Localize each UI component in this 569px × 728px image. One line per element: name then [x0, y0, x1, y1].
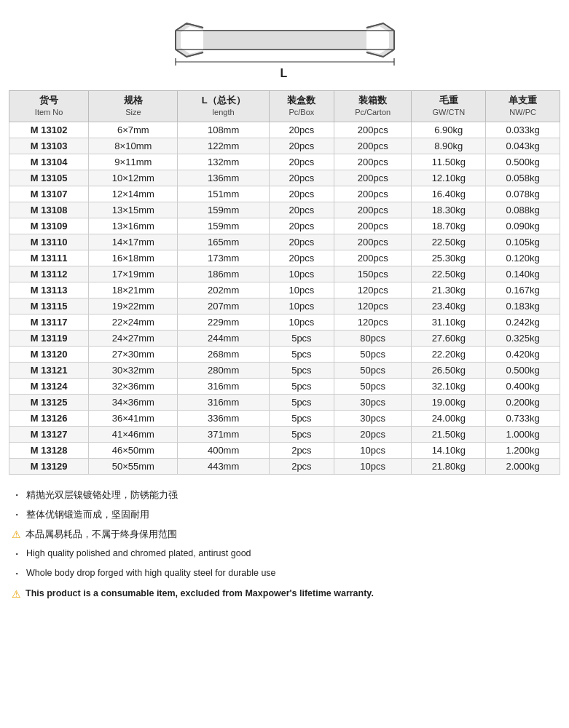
cell-13-3: 5pcs [269, 330, 334, 346]
cell-0-5: 6.90kg [412, 122, 486, 138]
cell-0-2: 108mm [178, 122, 269, 138]
cell-5-5: 18.30kg [412, 202, 486, 218]
cell-9-2: 186mm [178, 266, 269, 282]
svg-rect-6 [203, 31, 366, 50]
cell-11-2: 207mm [178, 298, 269, 314]
cell-20-2: 400mm [178, 442, 269, 458]
cell-12-3: 10pcs [269, 314, 334, 330]
cell-1-6: 0.043kg [486, 138, 560, 154]
cell-4-4: 200pcs [334, 186, 412, 202]
cell-20-4: 10pcs [334, 442, 412, 458]
cell-18-3: 5pcs [269, 410, 334, 426]
cell-17-2: 316mm [178, 394, 269, 410]
cell-6-2: 159mm [178, 218, 269, 234]
cell-10-1: 18×21mm [89, 282, 178, 298]
table-row: M 131026×7mm108mm20pcs200pcs6.90kg0.033k… [9, 122, 560, 138]
cell-3-1: 10×12mm [89, 170, 178, 186]
page: L 货号Item No规格SizeL（总长）length装盒数Pc/Box装箱数… [0, 0, 569, 615]
cell-15-5: 26.50kg [412, 362, 486, 378]
cell-4-3: 20pcs [269, 186, 334, 202]
cell-10-2: 202mm [178, 282, 269, 298]
cell-10-6: 0.167kg [486, 282, 560, 298]
cell-11-3: 10pcs [269, 298, 334, 314]
cell-8-5: 25.30kg [412, 250, 486, 266]
cell-15-3: 5pcs [269, 362, 334, 378]
cell-17-3: 5pcs [269, 394, 334, 410]
cell-20-1: 46×50mm [89, 442, 178, 458]
bullet-icon: ・ [12, 545, 22, 563]
cell-11-4: 120pcs [334, 298, 412, 314]
cell-8-3: 20pcs [269, 250, 334, 266]
cell-13-0: M 13119 [9, 330, 89, 346]
cell-1-0: M 13103 [9, 138, 89, 154]
cell-6-0: M 13109 [9, 218, 89, 234]
cell-13-6: 0.325kg [486, 330, 560, 346]
cell-3-4: 200pcs [334, 170, 412, 186]
cell-16-3: 5pcs [269, 378, 334, 394]
cell-5-0: M 13108 [9, 202, 89, 218]
product-table: 货号Item No规格SizeL（总长）length装盒数Pc/Box装箱数Pc… [9, 90, 560, 475]
cell-7-6: 0.105kg [486, 234, 560, 250]
cell-12-6: 0.242kg [486, 314, 560, 330]
cell-9-4: 150pcs [334, 266, 412, 282]
wrench-image [161, 15, 409, 66]
wrench-diagram: L [9, 7, 560, 83]
cell-19-4: 20pcs [334, 426, 412, 442]
cell-10-4: 120pcs [334, 282, 412, 298]
cell-7-0: M 13110 [9, 234, 89, 250]
note-line: ・Whole body drop forged with high qualit… [12, 565, 557, 583]
cell-8-4: 200pcs [334, 250, 412, 266]
table-row: M 1311722×24mm229mm10pcs120pcs31.10kg0.2… [9, 314, 560, 330]
cell-2-0: M 13104 [9, 154, 89, 170]
note-text: 本品属易耗品，不属于终身保用范围 [25, 526, 177, 542]
cell-7-3: 20pcs [269, 234, 334, 250]
cell-7-1: 14×17mm [89, 234, 178, 250]
table-row: M 1311014×17mm165mm20pcs200pcs22.50kg0.1… [9, 234, 560, 250]
note-line: ⚠This product is a consumable item, excl… [12, 585, 557, 604]
cell-17-5: 19.00kg [412, 394, 486, 410]
column-header: 毛重GW/CTN [412, 91, 486, 122]
note-text: 整体优钢锻造而成，坚固耐用 [26, 506, 149, 523]
table-row: M 1311116×18mm173mm20pcs200pcs25.30kg0.1… [9, 250, 560, 266]
cell-21-3: 2pcs [269, 458, 334, 474]
cell-3-2: 136mm [178, 170, 269, 186]
cell-19-3: 5pcs [269, 426, 334, 442]
cell-11-6: 0.183kg [486, 298, 560, 314]
note-line: ⚠本品属易耗品，不属于终身保用范围 [12, 526, 557, 544]
cell-20-3: 2pcs [269, 442, 334, 458]
cell-9-6: 0.140kg [486, 266, 560, 282]
cell-2-2: 132mm [178, 154, 269, 170]
cell-14-6: 0.420kg [486, 346, 560, 362]
table-row: M 1311924×27mm244mm5pcs80pcs27.60kg0.325… [9, 330, 560, 346]
cell-15-2: 280mm [178, 362, 269, 378]
cell-1-1: 8×10mm [89, 138, 178, 154]
cell-20-5: 14.10kg [412, 442, 486, 458]
cell-1-4: 200pcs [334, 138, 412, 154]
cell-2-5: 11.50kg [412, 154, 486, 170]
cell-11-5: 23.40kg [412, 298, 486, 314]
column-header: 装盒数Pc/Box [269, 91, 334, 122]
cell-4-2: 151mm [178, 186, 269, 202]
cell-13-1: 24×27mm [89, 330, 178, 346]
cell-11-0: M 13115 [9, 298, 89, 314]
table-row: M 1312636×41mm336mm5pcs30pcs24.00kg0.733… [9, 410, 560, 426]
cell-19-2: 371mm [178, 426, 269, 442]
cell-11-1: 19×22mm [89, 298, 178, 314]
cell-9-1: 17×19mm [89, 266, 178, 282]
cell-4-6: 0.078kg [486, 186, 560, 202]
cell-5-2: 159mm [178, 202, 269, 218]
cell-3-5: 12.10kg [412, 170, 486, 186]
cell-6-3: 20pcs [269, 218, 334, 234]
cell-9-0: M 13112 [9, 266, 89, 282]
cell-18-2: 336mm [178, 410, 269, 426]
cell-20-6: 1.200kg [486, 442, 560, 458]
table-row: M 1312130×32mm280mm5pcs50pcs26.50kg0.500… [9, 362, 560, 378]
cell-15-0: M 13121 [9, 362, 89, 378]
cell-19-6: 1.000kg [486, 426, 560, 442]
table-row: M 131049×11mm132mm20pcs200pcs11.50kg0.50… [9, 154, 560, 170]
cell-19-0: M 13127 [9, 426, 89, 442]
cell-21-2: 443mm [178, 458, 269, 474]
table-row: M 1312534×36mm316mm5pcs30pcs19.00kg0.200… [9, 394, 560, 410]
length-label: L [280, 67, 289, 80]
cell-16-2: 316mm [178, 378, 269, 394]
